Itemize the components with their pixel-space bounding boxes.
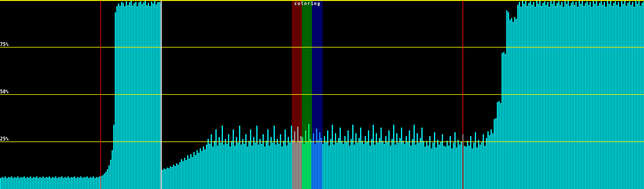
y-tick-50: 50% [0,89,8,94]
y-tick-25: 25% [0,137,8,141]
y-tick-75: 75% [0,42,8,47]
histogram-chart: 75% 50% 25% coloring [0,0,644,189]
chart-title: coloring [294,1,320,6]
histogram-canvas [0,0,644,189]
